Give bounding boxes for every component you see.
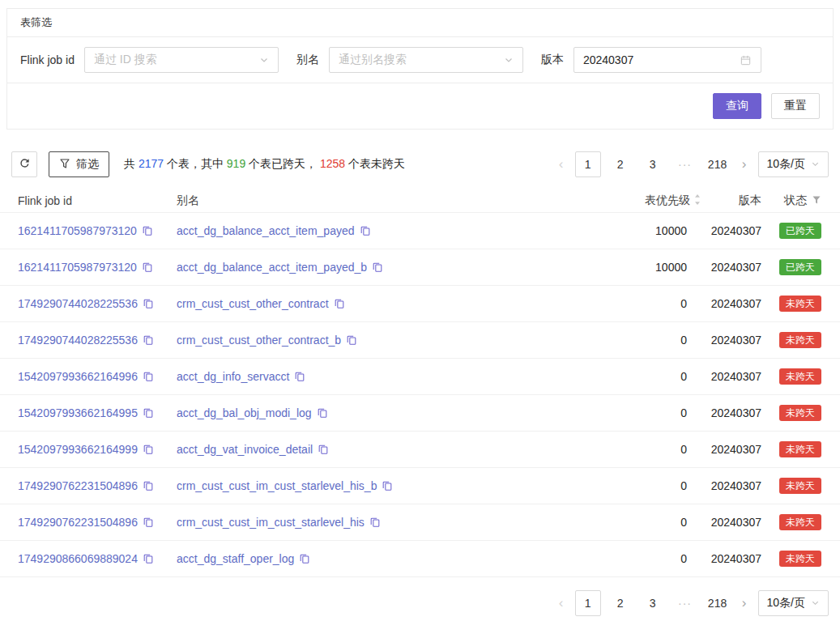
filter-toggle-button[interactable]: 筛选 <box>49 151 109 177</box>
copy-icon[interactable] <box>372 262 383 273</box>
status-badge: 未跨天 <box>779 441 821 457</box>
table-row: 1542097993662164999 acct_dg_vat_invoice_… <box>0 432 840 468</box>
copy-icon[interactable] <box>382 480 393 491</box>
table-row: 1621411705987973120 acct_dg_balance_acct… <box>0 213 840 249</box>
copy-icon[interactable] <box>142 225 153 236</box>
page-size-value: 10条/页 <box>767 596 805 610</box>
copy-icon[interactable] <box>142 262 153 273</box>
summary-uncrossed-count: 1258 <box>320 157 345 170</box>
alias-link[interactable]: acct_dg_vat_invoice_detail <box>177 443 313 456</box>
page-ellipsis[interactable]: ··· <box>672 590 698 616</box>
copy-icon[interactable] <box>143 517 154 528</box>
copy-icon[interactable] <box>143 444 154 455</box>
filter-actions-row: 查询 重置 <box>7 83 833 129</box>
copy-icon[interactable] <box>360 225 371 236</box>
priority-cell: 0 <box>612 297 701 310</box>
flink-job-id-link[interactable]: 1749290762231504896 <box>18 516 138 529</box>
version-label: 版本 <box>541 53 564 67</box>
table-row: 1749290866069889024 acct_dg_staff_oper_l… <box>0 541 840 577</box>
column-header-priority-label: 表优先级 <box>645 194 690 208</box>
prev-page-button[interactable]: ‹ <box>554 590 569 616</box>
copy-icon[interactable] <box>143 334 154 346</box>
copy-icon[interactable] <box>334 298 345 309</box>
version-value: 20240307 <box>583 53 740 66</box>
copy-icon[interactable] <box>369 517 381 528</box>
flink-job-id-select[interactable]: 通过 ID 搜索 <box>84 47 279 73</box>
table-row: 1749290762231504896 crm_cust_cust_im_cus… <box>0 468 840 504</box>
flink-job-id-link[interactable]: 1749290744028225536 <box>18 297 138 310</box>
page-button-3[interactable]: 3 <box>640 151 666 177</box>
page-size-select[interactable]: 10条/页 <box>758 151 829 177</box>
copy-icon[interactable] <box>143 480 154 491</box>
alias-link[interactable]: acct_dg_staff_oper_log <box>177 552 294 565</box>
chevron-down-icon <box>504 55 514 65</box>
next-page-button[interactable]: › <box>737 590 752 616</box>
copy-icon[interactable] <box>143 553 154 564</box>
page-button-3[interactable]: 3 <box>640 590 666 616</box>
copy-icon[interactable] <box>317 407 328 419</box>
next-page-button[interactable]: › <box>737 151 752 177</box>
reset-button[interactable]: 重置 <box>771 93 820 119</box>
refresh-button[interactable] <box>11 151 37 177</box>
column-header-priority: 表优先级 <box>612 194 701 208</box>
summary-text: 个表未跨天 <box>345 157 405 170</box>
column-filter-icon[interactable] <box>812 194 821 207</box>
filter-toggle-label: 筛选 <box>76 157 99 172</box>
status-badge: 未跨天 <box>779 368 821 385</box>
flink-job-id-link[interactable]: 1542097993662164996 <box>18 370 138 383</box>
page-size-select[interactable]: 10条/页 <box>758 590 829 616</box>
status-badge: 未跨天 <box>779 332 821 348</box>
page-button-last[interactable]: 218 <box>705 151 731 177</box>
version-cell: 20240307 <box>701 516 761 529</box>
alias-link[interactable]: acct_dg_bal_obj_modi_log <box>177 406 312 419</box>
table-row: 1749290744028225536 crm_cust_cust_other_… <box>0 322 840 359</box>
alias-placeholder: 通过别名搜索 <box>339 53 504 67</box>
alias-link[interactable]: acct_dg_info_servacct <box>177 370 289 383</box>
filter-row: Flink job id 通过 ID 搜索 别名 通过别名搜索 版本 20240… <box>7 37 833 83</box>
search-button[interactable]: 查询 <box>713 93 761 119</box>
page-button-2[interactable]: 2 <box>608 151 633 177</box>
copy-icon[interactable] <box>299 553 310 564</box>
table-header-row: Flink job id 别名 表优先级 版本 状态 <box>0 189 840 213</box>
alias-link[interactable]: crm_cust_cust_im_cust_starlevel_his_b <box>177 479 377 492</box>
flink-job-id-link[interactable]: 1749290762231504896 <box>18 479 138 492</box>
copy-icon[interactable] <box>346 334 357 346</box>
table-row: 1621411705987973120 acct_dg_balance_acct… <box>0 249 840 286</box>
copy-icon[interactable] <box>143 371 154 382</box>
flink-job-id-link[interactable]: 1621411705987973120 <box>18 224 137 237</box>
flink-job-id-link[interactable]: 1749290744028225536 <box>18 334 138 347</box>
copy-icon[interactable] <box>294 371 305 382</box>
alias-link[interactable]: acct_dg_balance_acct_item_payed <box>177 224 355 237</box>
priority-cell: 0 <box>612 443 701 456</box>
page-button-1[interactable]: 1 <box>575 590 601 616</box>
page-ellipsis[interactable]: ··· <box>672 151 698 177</box>
priority-cell: 0 <box>612 370 701 383</box>
alias-link[interactable]: crm_cust_cust_other_contract_b <box>177 334 341 347</box>
copy-icon[interactable] <box>318 444 329 455</box>
alias-link[interactable]: crm_cust_cust_im_cust_starlevel_his <box>177 516 365 529</box>
summary-crossed-count: 919 <box>227 157 245 170</box>
status-badge: 未跨天 <box>779 296 821 312</box>
page-button-1[interactable]: 1 <box>575 151 601 177</box>
status-badge: 已跨天 <box>779 223 821 239</box>
flink-job-id-link[interactable]: 1542097993662164999 <box>18 443 138 456</box>
copy-icon[interactable] <box>143 407 154 419</box>
version-cell: 20240307 <box>701 261 761 274</box>
column-header-status: 状态 <box>761 194 821 208</box>
chevron-down-icon <box>259 55 269 65</box>
alias-select[interactable]: 通过别名搜索 <box>329 47 523 73</box>
flink-job-id-link[interactable]: 1542097993662164995 <box>18 406 138 419</box>
priority-cell: 0 <box>612 334 701 347</box>
summary-total-count: 2177 <box>139 157 164 170</box>
version-cell: 20240307 <box>701 552 761 565</box>
flink-job-id-link[interactable]: 1621411705987973120 <box>18 261 137 274</box>
sort-icon[interactable] <box>693 194 701 208</box>
version-date-input[interactable]: 20240307 <box>574 47 761 73</box>
page-button-2[interactable]: 2 <box>608 590 633 616</box>
alias-link[interactable]: crm_cust_cust_other_contract <box>177 297 329 310</box>
alias-link[interactable]: acct_dg_balance_acct_item_payed_b <box>177 261 367 274</box>
page-button-last[interactable]: 218 <box>705 590 731 616</box>
prev-page-button[interactable]: ‹ <box>554 151 569 177</box>
copy-icon[interactable] <box>143 298 154 309</box>
flink-job-id-link[interactable]: 1749290866069889024 <box>18 552 138 565</box>
